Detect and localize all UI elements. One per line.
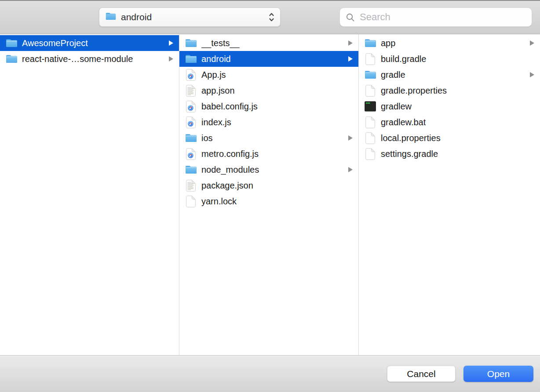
file-label: index.js <box>201 117 231 127</box>
search-field <box>339 7 532 27</box>
file-label: react-native-…some-module <box>22 54 133 64</box>
file-row-local-properties[interactable]: local.properties <box>359 130 540 146</box>
location-dropdown[interactable]: android <box>99 7 281 27</box>
file-label: gradle <box>381 70 405 80</box>
folder-icon <box>185 134 197 143</box>
json-file-icon <box>185 180 197 192</box>
js-file-icon <box>185 148 197 160</box>
js-file-icon <box>185 116 197 128</box>
disclosure-arrow-icon <box>348 40 353 46</box>
file-row-app-json[interactable]: app.json <box>179 83 358 98</box>
browser-column-2[interactable]: __tests__ android App.js app.json babel.… <box>179 34 359 355</box>
folder-icon <box>5 54 18 64</box>
file-row-babel-config-js[interactable]: babel.config.js <box>179 98 358 114</box>
document-icon <box>185 196 197 207</box>
disclosure-arrow-icon <box>348 56 353 62</box>
file-label: babel.config.js <box>201 102 258 112</box>
disclosure-arrow-icon <box>169 56 173 62</box>
disclosure-arrow-icon <box>348 135 353 141</box>
file-label: __tests__ <box>201 38 240 48</box>
file-row-gradle-properties[interactable]: gradle.properties <box>359 83 540 98</box>
open-button[interactable]: Open <box>463 366 533 382</box>
open-file-dialog: android AwesomeProject react-na <box>0 0 540 392</box>
dialog-toolbar: android <box>0 0 540 34</box>
file-row-settings-gradle[interactable]: settings.gradle <box>359 146 540 162</box>
file-row-gradlew-bat[interactable]: gradlew.bat <box>359 114 540 130</box>
search-icon <box>346 13 355 22</box>
file-browser-columns: AwesomeProject react-native-…some-module… <box>0 34 540 355</box>
file-row-ios[interactable]: ios <box>179 130 358 146</box>
file-row-gradlew[interactable]: gradlew <box>359 98 540 114</box>
file-row-gradle[interactable]: gradle <box>359 67 540 83</box>
document-icon <box>364 116 376 128</box>
chevron-up-down-icon <box>268 12 275 22</box>
browser-column-1[interactable]: AwesomeProject react-native-…some-module <box>0 34 179 355</box>
folder-icon <box>364 70 376 80</box>
file-row-build-gradle[interactable]: build.gradle <box>359 51 540 67</box>
file-label: package.json <box>201 181 253 191</box>
executable-icon <box>364 101 376 112</box>
document-icon <box>364 85 376 97</box>
file-row-package-json[interactable]: package.json <box>179 178 358 193</box>
file-label: local.properties <box>381 133 441 143</box>
file-row-node-modules[interactable]: node_modules <box>179 162 358 178</box>
folder-icon <box>364 39 376 48</box>
file-row-app[interactable]: app <box>359 35 540 51</box>
file-label: app <box>381 38 395 48</box>
file-row-android[interactable]: android <box>179 51 358 67</box>
disclosure-arrow-icon <box>169 40 173 46</box>
disclosure-arrow-icon <box>530 72 534 77</box>
file-row-yarn-lock[interactable]: yarn.lock <box>179 193 358 209</box>
document-icon <box>364 53 376 65</box>
browser-column-3[interactable]: app build.gradle gradle gradle.propertie… <box>359 34 540 355</box>
file-label: node_modules <box>201 165 259 175</box>
search-input[interactable] <box>359 11 527 23</box>
document-icon <box>364 132 376 144</box>
file-label: settings.gradle <box>381 149 438 159</box>
disclosure-arrow-icon <box>530 40 534 46</box>
file-label: android <box>201 54 231 64</box>
disclosure-arrow-icon <box>348 167 353 172</box>
folder-icon <box>185 39 197 48</box>
location-value: android <box>121 12 152 22</box>
file-label: yarn.lock <box>201 196 237 207</box>
file-label: gradlew.bat <box>381 117 426 127</box>
document-icon <box>364 148 376 160</box>
file-row-app-js[interactable]: App.js <box>179 67 358 83</box>
file-label: metro.config.js <box>201 149 259 159</box>
file-label: app.json <box>201 86 235 96</box>
file-row-react-native-some-module[interactable]: react-native-…some-module <box>0 51 179 67</box>
folder-icon <box>185 165 197 174</box>
json-file-icon <box>185 85 197 97</box>
file-row-index-js[interactable]: index.js <box>179 114 358 130</box>
dialog-footer: Cancel Open <box>0 355 540 392</box>
js-file-icon <box>185 101 197 113</box>
file-label: AwesomeProject <box>22 38 88 48</box>
file-label: gradlew <box>381 102 412 112</box>
file-label: ios <box>201 133 213 143</box>
file-row-tests[interactable]: __tests__ <box>179 35 358 51</box>
folder-icon <box>5 39 18 48</box>
file-row-awesomeproject[interactable]: AwesomeProject <box>0 35 179 51</box>
file-label: gradle.properties <box>381 86 447 96</box>
file-label: build.gradle <box>381 54 426 64</box>
folder-icon <box>106 12 116 22</box>
folder-icon <box>185 54 197 64</box>
js-file-icon <box>185 69 197 81</box>
cancel-button[interactable]: Cancel <box>387 366 456 382</box>
file-label: App.js <box>201 70 226 80</box>
file-row-metro-config-js[interactable]: metro.config.js <box>179 146 358 162</box>
